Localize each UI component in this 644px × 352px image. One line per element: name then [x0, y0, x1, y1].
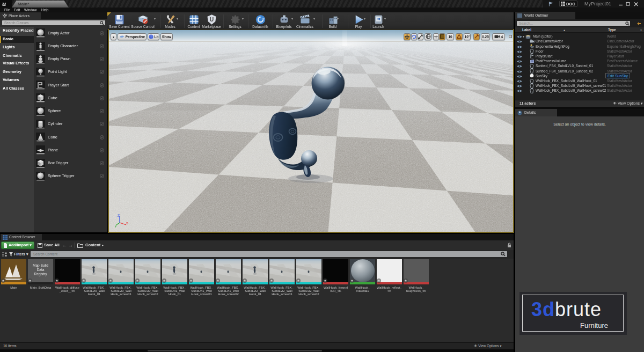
- svg-text:Z: Z: [118, 214, 120, 217]
- svg-text:x: x: [126, 221, 128, 225]
- svg-text:U: U: [209, 16, 213, 22]
